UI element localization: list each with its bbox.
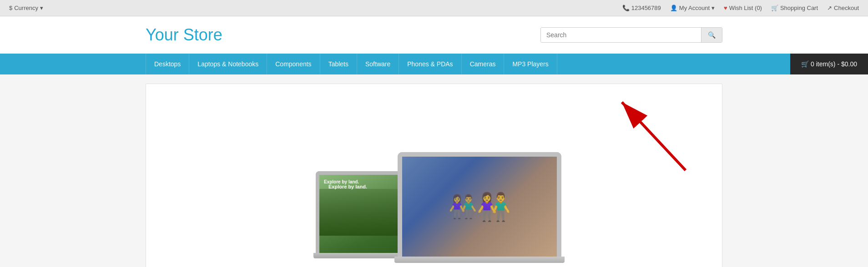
shopping-cart-label: Shopping Cart: [780, 5, 818, 11]
wishlist-link[interactable]: ♥ Wish List (0): [724, 5, 762, 11]
cart-button[interactable]: 🛒 0 item(s) - $0.00: [790, 54, 868, 74]
search-button[interactable]: 🔍: [701, 28, 722, 42]
search-input[interactable]: [541, 28, 701, 42]
nav-item-software[interactable]: Software: [357, 54, 399, 74]
nav-item-mp3[interactable]: MP3 Players: [504, 54, 557, 74]
checkout-link[interactable]: ↗ Checkout: [827, 5, 859, 11]
dollar-icon: $: [9, 5, 12, 11]
nav-item-phones[interactable]: Phones & PDAs: [399, 54, 461, 74]
laptop-front-base: [394, 257, 565, 263]
top-bar-right: 📞 123456789 👤 My Account ▾ ♥ Wish List (…: [622, 5, 859, 11]
currency-caret: ▾: [40, 5, 43, 11]
currency-label[interactable]: Currency: [14, 5, 38, 11]
nav-item-tablets[interactable]: Tablets: [320, 54, 357, 74]
top-bar: $ Currency ▾ 📞 123456789 👤 My Account ▾ …: [0, 0, 868, 16]
nav-item-laptops[interactable]: Laptops & Notebooks: [189, 54, 267, 74]
nav-item-components[interactable]: Components: [267, 54, 320, 74]
account-label: My Account: [679, 5, 710, 11]
laptop-front: 👫: [398, 152, 561, 263]
search-box: 🔍: [540, 27, 722, 43]
phone-number: 123456789: [631, 5, 661, 11]
wishlist-label: Wish List (0): [729, 5, 762, 11]
header: Your Store 🔍: [0, 16, 868, 54]
account-caret: ▾: [712, 5, 715, 11]
laptop-front-screen: 👫: [398, 152, 561, 257]
currency-selector[interactable]: $ Currency ▾: [9, 5, 43, 11]
checkout-icon: ↗: [827, 5, 832, 11]
nav-items: Desktops Laptops & Notebooks Components …: [146, 54, 790, 74]
store-name: Your Store: [146, 25, 222, 44]
shopping-cart-link[interactable]: 🛒 Shopping Cart: [771, 5, 818, 11]
phone-link[interactable]: 📞 123456789: [622, 5, 661, 11]
checkout-label: Checkout: [834, 5, 859, 11]
laptops-illustration: Explore by land. 👫: [298, 90, 570, 267]
main-content: Explore by land. 👫: [0, 74, 868, 267]
nav-item-desktops[interactable]: Desktops: [146, 54, 189, 74]
nav-item-cameras[interactable]: Cameras: [462, 54, 505, 74]
red-arrow-annotation: [595, 89, 695, 179]
user-icon: 👤: [670, 5, 677, 11]
phone-icon: 📞: [622, 5, 630, 11]
navbar: Desktops Laptops & Notebooks Components …: [0, 54, 868, 74]
banner: Explore by land. 👫: [146, 84, 722, 267]
my-account-link[interactable]: 👤 My Account ▾: [670, 5, 715, 11]
svg-line-1: [622, 102, 686, 170]
heart-icon: ♥: [724, 5, 727, 11]
cart-icon: 🛒: [771, 5, 778, 11]
search-icon: 🔍: [708, 31, 716, 39]
photo-display: 👫: [402, 157, 557, 257]
